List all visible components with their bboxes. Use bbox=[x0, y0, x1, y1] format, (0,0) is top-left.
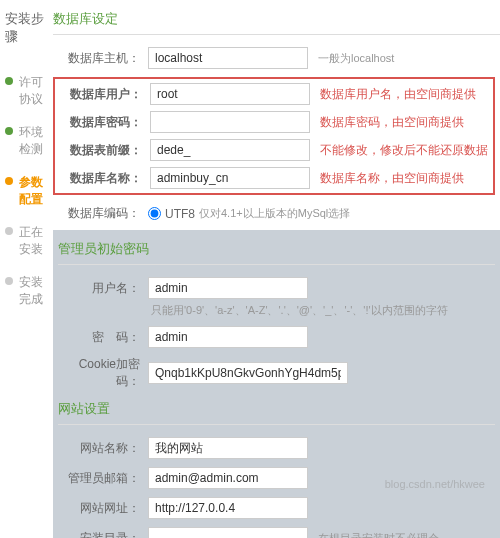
admin-section-title: 管理员初始密码 bbox=[58, 240, 495, 265]
db-name-row: 数据库名称： 数据库名称，由空间商提供 bbox=[55, 167, 493, 189]
site-url-row: 网站网址： bbox=[53, 497, 500, 519]
sidebar-item-license[interactable]: 许可协议 bbox=[5, 66, 48, 116]
site-email-input[interactable] bbox=[148, 467, 308, 489]
db-host-input[interactable] bbox=[148, 47, 308, 69]
sidebar-item-envcheck[interactable]: 环境检测 bbox=[5, 116, 48, 166]
site-url-label: 网站网址： bbox=[58, 500, 148, 517]
db-prefix-note: 不能修改，修改后不能还原数据 bbox=[320, 142, 488, 159]
admin-user-input[interactable] bbox=[148, 277, 308, 299]
db-host-label: 数据库主机： bbox=[58, 50, 148, 67]
db-user-note: 数据库用户名，由空间商提供 bbox=[320, 86, 488, 103]
admin-pass-row: 密 码： bbox=[53, 326, 500, 348]
db-host-note: 一般为localhost bbox=[318, 51, 495, 66]
admin-pass-label: 密 码： bbox=[58, 329, 148, 346]
db-name-label: 数据库名称： bbox=[60, 170, 150, 187]
db-highlight-box: 数据库用户： 数据库用户名，由空间商提供 数据库密码： 数据库密码，由空间商提供… bbox=[53, 77, 495, 195]
db-user-row: 数据库用户： 数据库用户名，由空间商提供 bbox=[55, 83, 493, 105]
db-pass-label: 数据库密码： bbox=[60, 114, 150, 131]
site-email-label: 管理员邮箱： bbox=[58, 470, 148, 487]
db-prefix-input[interactable] bbox=[150, 139, 310, 161]
admin-cookie-input[interactable] bbox=[148, 362, 348, 384]
db-encoding-utf8[interactable] bbox=[148, 207, 161, 220]
site-name-row: 网站名称： bbox=[53, 437, 500, 459]
shaded-area: 管理员初始密码 用户名： 只能用'0-9'、'a-z'、'A-Z'、'.'、'@… bbox=[53, 230, 500, 538]
sidebar-item-installing: 正在安装 bbox=[5, 216, 48, 266]
db-encoding-row: 数据库编码： UTF8 仅对4.1+以上版本的MySql选择 bbox=[53, 205, 500, 222]
site-name-label: 网站名称： bbox=[58, 440, 148, 457]
db-encoding-label: 数据库编码： bbox=[58, 205, 148, 222]
site-dir-input[interactable] bbox=[148, 527, 308, 538]
sidebar-item-config[interactable]: 参数配置 bbox=[5, 166, 48, 216]
db-pass-input[interactable] bbox=[150, 111, 310, 133]
db-user-input[interactable] bbox=[150, 83, 310, 105]
db-name-note: 数据库名称，由空间商提供 bbox=[320, 170, 488, 187]
sidebar-title: 安装步骤 bbox=[5, 10, 48, 46]
db-pass-note: 数据库密码，由空间商提供 bbox=[320, 114, 488, 131]
main-content: 数据库设定 数据库主机： 一般为localhost 数据库用户： 数据库用户名，… bbox=[53, 0, 500, 538]
db-host-row: 数据库主机： 一般为localhost bbox=[53, 47, 500, 69]
db-pass-row: 数据库密码： 数据库密码，由空间商提供 bbox=[55, 111, 493, 133]
admin-user-label: 用户名： bbox=[58, 280, 148, 297]
admin-user-hint: 只能用'0-9'、'a-z'、'A-Z'、'.'、'@'、'_'、'-'、'!'… bbox=[151, 303, 500, 318]
admin-cookie-row: Cookie加密码： bbox=[53, 356, 500, 390]
db-name-input[interactable] bbox=[150, 167, 310, 189]
db-encoding-radio[interactable]: UTF8 仅对4.1+以上版本的MySql选择 bbox=[148, 206, 350, 221]
db-user-label: 数据库用户： bbox=[60, 86, 150, 103]
admin-cookie-label: Cookie加密码： bbox=[58, 356, 148, 390]
site-url-input[interactable] bbox=[148, 497, 308, 519]
sidebar-item-complete: 安装完成 bbox=[5, 266, 48, 316]
site-section-title: 网站设置 bbox=[58, 400, 495, 425]
site-dir-row: 安装目录： 在根目录安装时不必理会 bbox=[53, 527, 500, 538]
sidebar: 安装步骤 许可协议 环境检测 参数配置 正在安装 安装完成 bbox=[0, 0, 53, 538]
site-dir-note: 在根目录安装时不必理会 bbox=[318, 531, 495, 539]
db-prefix-label: 数据表前缀： bbox=[60, 142, 150, 159]
db-encoding-note: 仅对4.1+以上版本的MySql选择 bbox=[199, 206, 350, 221]
db-section-title: 数据库设定 bbox=[53, 10, 500, 35]
site-name-input[interactable] bbox=[148, 437, 308, 459]
watermark: blog.csdn.net/hkwee bbox=[385, 478, 485, 490]
admin-user-row: 用户名： bbox=[53, 277, 500, 299]
db-prefix-row: 数据表前缀： 不能修改，修改后不能还原数据 bbox=[55, 139, 493, 161]
site-dir-label: 安装目录： bbox=[58, 530, 148, 539]
admin-pass-input[interactable] bbox=[148, 326, 308, 348]
